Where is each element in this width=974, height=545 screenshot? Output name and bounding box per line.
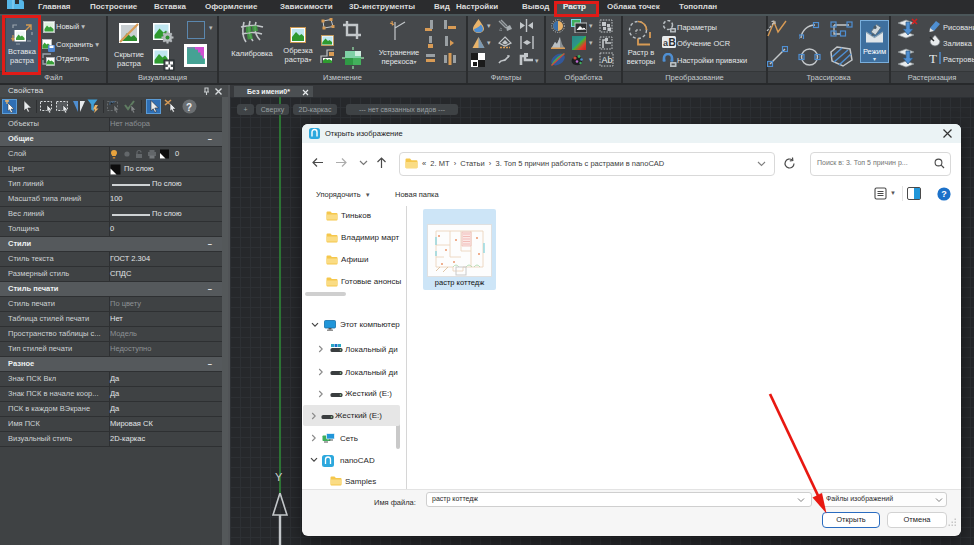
svg-text:Ab: Ab bbox=[602, 55, 613, 65]
svg-text:?: ? bbox=[941, 189, 947, 199]
svg-text:T: T bbox=[929, 51, 937, 65]
svg-text:B: B bbox=[669, 37, 676, 48]
svg-text:?: ? bbox=[186, 102, 192, 113]
